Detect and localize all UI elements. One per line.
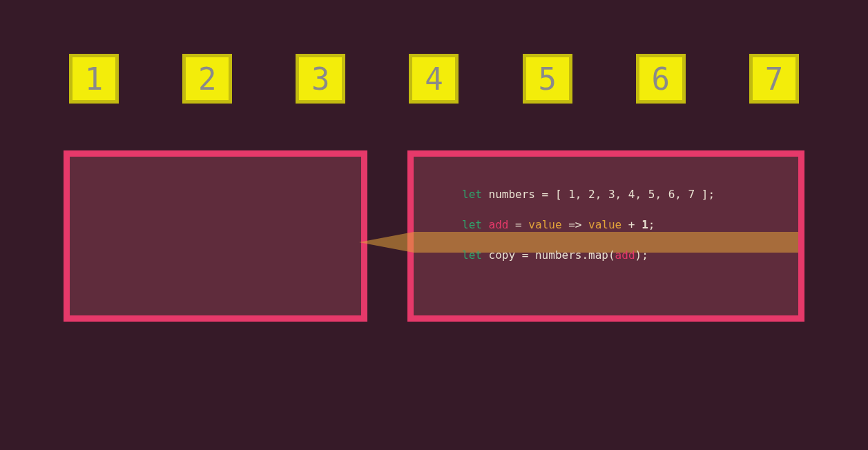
param: value: [528, 218, 561, 231]
param: value: [588, 218, 621, 231]
number-box-7: 7: [749, 54, 799, 104]
identifier: copy: [489, 248, 516, 262]
number-literal: 1: [642, 218, 648, 231]
array-literal: [ 1, 2, 3, 4, 5, 6, 7 ]: [555, 188, 708, 201]
code-line-1: let numbers = [ 1, 2, 3, 4, 5, 6, 7 ];: [462, 187, 771, 202]
function-name: add: [489, 218, 509, 231]
identifier: numbers: [489, 188, 535, 201]
arrow-operator: =>: [562, 218, 589, 231]
keyword: let: [462, 218, 482, 231]
operator: =: [535, 188, 555, 201]
number-box-6: 6: [636, 54, 686, 104]
paren-open: (: [608, 248, 615, 262]
paren-close: ): [635, 248, 642, 262]
operator: =: [515, 248, 535, 262]
number-box-5: 5: [523, 54, 572, 104]
identifier: numbers: [535, 248, 581, 262]
code-line-2: let add = value => value + 1;: [462, 217, 771, 233]
code-line-3: let copy = numbers.map(add);: [462, 248, 771, 263]
number-box-3: 3: [296, 54, 345, 104]
method-name: map: [588, 248, 608, 262]
highlight-pointer-icon: [359, 232, 414, 253]
semicolon: ;: [708, 188, 715, 201]
dot-operator: .: [581, 248, 588, 262]
semicolon: ;: [648, 218, 655, 231]
keyword: let: [462, 248, 482, 262]
keyword: let: [462, 188, 482, 201]
semicolon: ;: [642, 248, 648, 262]
numbers-row: 1 2 3 4 5 6 7: [69, 54, 799, 104]
output-panel: [64, 150, 367, 322]
number-box-4: 4: [409, 54, 459, 104]
operator: =: [508, 218, 528, 231]
argument: add: [615, 248, 635, 262]
number-box-2: 2: [182, 54, 232, 104]
number-box-1: 1: [69, 54, 119, 104]
operator: +: [621, 218, 642, 231]
